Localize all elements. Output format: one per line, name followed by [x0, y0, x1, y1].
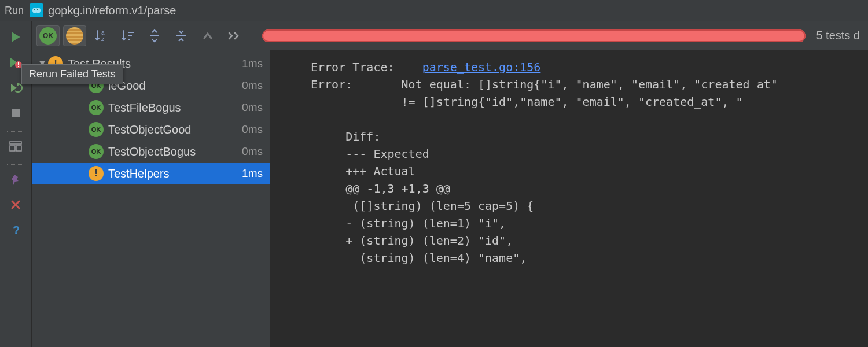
show-passed-button[interactable]: OK — [36, 25, 60, 46]
svg-rect-15 — [128, 35, 132, 36]
svg-rect-14 — [128, 32, 134, 33]
stop-button[interactable] — [4, 102, 27, 124]
svg-rect-7 — [12, 109, 20, 117]
svg-point-2 — [34, 9, 35, 10]
more-button[interactable] — [223, 25, 246, 46]
separator — [7, 164, 24, 165]
svg-text:a: a — [101, 29, 105, 36]
tree-node-label: TestObjectBogus — [108, 145, 242, 158]
close-button[interactable] — [4, 194, 27, 216]
diff-hunk: @@ -1,3 +1,3 @@ — [345, 182, 450, 195]
ok-icon: OK — [89, 100, 104, 115]
diff-line: - (string) (len=1) "i", — [345, 216, 506, 230]
tree-node-time: 1ms — [242, 167, 263, 180]
tree-node-time: 0ms — [242, 101, 263, 114]
tree-item[interactable]: OK TestObjectBogus 0ms — [32, 141, 270, 163]
error-line: != []string{"id","name", "email", "creat… — [345, 95, 742, 109]
run-label: Run — [5, 5, 24, 17]
diff-line: + (string) (len=2) "id", — [345, 234, 513, 248]
svg-rect-16 — [128, 39, 130, 40]
content: Rerun Failed Tests ▼ ! Test Results 1ms … — [32, 50, 868, 347]
svg-text:?: ? — [13, 224, 20, 237]
titlebar: Run gopkg.in/reform.v1/parse — [0, 0, 868, 21]
tree-node-time: 1ms — [242, 57, 263, 70]
diff-header: Diff: — [345, 130, 380, 143]
test-tree[interactable]: Rerun Failed Tests ▼ ! Test Results 1ms … — [32, 50, 270, 347]
tree-item[interactable]: OK TestObjectGood 0ms — [32, 119, 270, 141]
svg-point-3 — [37, 9, 38, 10]
error-trace-label: Error Trace: — [311, 60, 395, 74]
error-trace-link[interactable]: parse_test.go:156 — [422, 60, 541, 74]
collapse-all-button[interactable] — [170, 25, 193, 46]
pin-button[interactable] — [4, 168, 27, 190]
diff-expected: --- Expected — [345, 147, 429, 161]
tree-node-time: 0ms — [242, 123, 263, 136]
expand-all-button[interactable] — [143, 25, 166, 46]
prev-failed-button[interactable] — [196, 25, 219, 46]
tree-node-label: TestObjectGood — [108, 123, 242, 136]
diff-line: ([]string) (len=5 cap=5) { — [345, 199, 534, 213]
ok-icon: OK — [39, 27, 57, 45]
svg-text:z: z — [101, 36, 104, 42]
svg-rect-9 — [10, 146, 15, 151]
tree-node-label: leGood — [108, 79, 242, 93]
console-output[interactable]: Error Trace: parse_test.go:156 Error: No… — [270, 50, 868, 347]
error-label: Error: — [311, 77, 352, 91]
main-area: OK az 5 tests d — [32, 21, 868, 347]
tree-node-time: 0ms — [242, 79, 263, 92]
svg-rect-5 — [18, 62, 19, 65]
svg-point-1 — [36, 8, 41, 13]
help-button[interactable]: ? — [4, 219, 27, 241]
sort-alpha-button[interactable]: az — [90, 25, 113, 46]
test-toolbar: OK az 5 tests d — [32, 21, 868, 50]
svg-rect-10 — [16, 146, 21, 151]
svg-rect-8 — [10, 142, 21, 144]
tooltip: Rerun Failed Tests — [21, 64, 123, 84]
error-line: Not equal: []string{"i", "name", "email"… — [402, 77, 778, 91]
body: ? OK az 5 test — [0, 21, 868, 347]
tree-item-selected[interactable]: ! TestHelpers 1ms — [32, 163, 270, 184]
ok-icon: OK — [89, 144, 104, 159]
console-text: Error Trace: parse_test.go:156 Error: No… — [311, 58, 868, 267]
tree-item[interactable]: OK TestFileBogus 0ms — [32, 97, 270, 119]
run-button[interactable] — [4, 26, 27, 48]
go-icon — [30, 3, 43, 17]
tree-node-time: 0ms — [242, 145, 263, 158]
separator — [7, 131, 24, 132]
diff-actual: +++ Actual — [345, 164, 415, 178]
svg-rect-18 — [176, 35, 186, 36]
tree-node-label: TestFileBogus — [108, 101, 242, 115]
sort-duration-button[interactable] — [116, 25, 139, 46]
ok-icon: OK — [89, 122, 104, 137]
striped-icon — [66, 27, 83, 45]
progress-bar — [262, 29, 806, 42]
tree-node-label: TestHelpers — [108, 167, 242, 180]
show-ignored-button[interactable] — [63, 25, 86, 46]
svg-rect-6 — [18, 66, 19, 67]
diff-line: (string) (len=4) "name", — [345, 251, 527, 265]
tests-summary: 5 tests d — [816, 29, 863, 42]
warn-icon: ! — [89, 166, 104, 181]
run-config-path: gopkg.in/reform.v1/parse — [48, 4, 176, 17]
svg-rect-17 — [150, 35, 159, 36]
layout-button[interactable] — [4, 135, 27, 157]
